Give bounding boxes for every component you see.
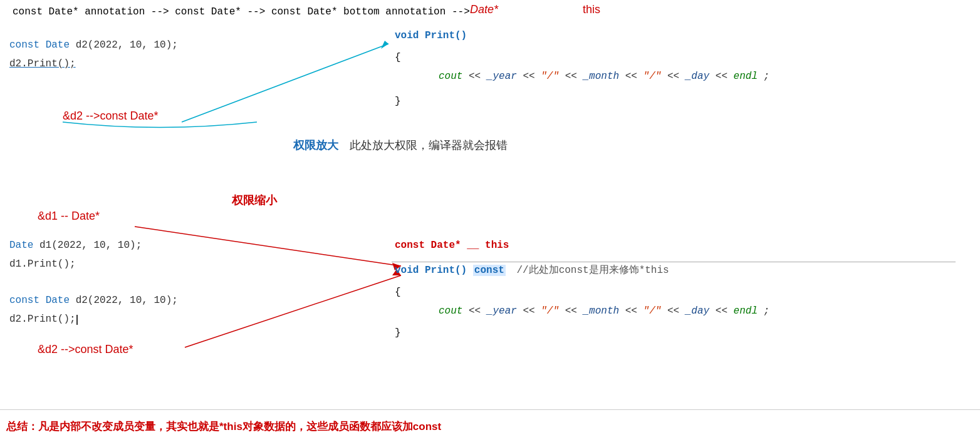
const-date-d2-line-b: const Date d2(2022, 10, 10); [9,293,178,309]
separator-line [392,262,956,262]
d2-print-line-b: d2.Print(); [9,312,78,328]
cout-line-bottom: cout << _year << "/" << _month << "/" <<… [439,304,769,320]
quanxian-fangda-label: 权限放大 此处放大权限，编译器就会报错 [293,138,508,153]
this-label-top: this [583,3,600,16]
page-container: const Date* label to void Print() --> co… [0,0,980,440]
close-brace-bottom: } [395,325,401,342]
bottom-separator [0,409,980,410]
cout-line-top: cout << _year << "/" << _month << "/" <<… [439,69,769,85]
const-date-d2-line: const Date d2(2022, 10, 10); [9,38,178,54]
close-brace-top: } [395,94,401,110]
summary-text: 总结：凡是内部不改变成员变量，其实也就是*this对象数据的，这些成员函数都应该… [6,419,441,434]
d2-annotation-bottom: &d2 -->const Date* [38,343,133,356]
date-d1-line: Date d1(2022, 10, 10); [9,238,142,254]
svg-line-2 [135,227,401,266]
d1-print-line: d1.Print(); [9,257,76,273]
open-brace-bottom: { [395,285,401,301]
d2-annotation-top: &d2 -->const Date* [63,110,159,123]
open-brace-top: { [395,50,401,66]
const-date-star-this: const Date* __ this [395,238,509,254]
void-print-const: void Print() const //此处加const是用来修饰*this [395,263,669,279]
arrows-overlay: const Date* label to void Print() --> co… [0,0,980,440]
d2-print-top: d2.Print(); [9,56,76,73]
svg-line-0 [182,44,388,122]
svg-line-4 [185,275,401,347]
date-star-label: Date* [470,3,498,16]
void-print-top: void Print() [395,28,467,44]
d1-annotation: &d1 -- Date* [38,210,100,223]
quanxian-suoxiao-label: 权限缩小 [232,193,277,208]
svg-marker-1 [381,41,388,49]
